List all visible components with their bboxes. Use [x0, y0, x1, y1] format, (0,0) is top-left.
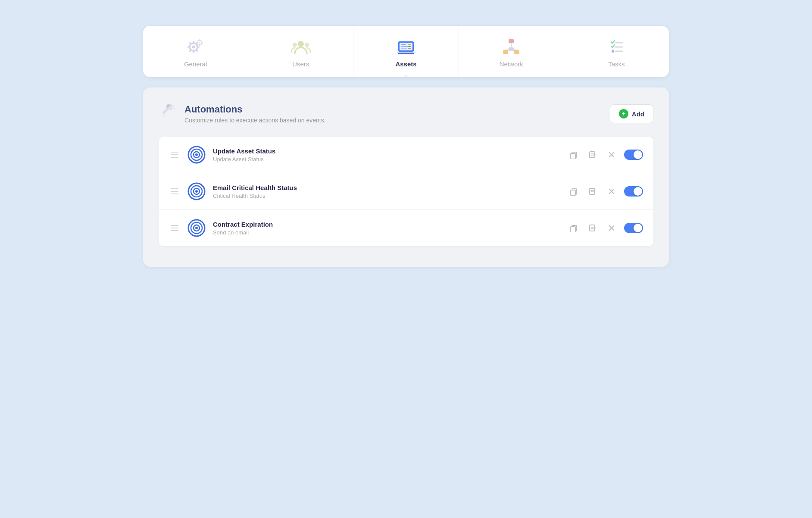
svg-rect-27 — [509, 39, 514, 43]
tasks-icon — [606, 38, 627, 56]
svg-rect-26 — [408, 48, 411, 49]
svg-point-11 — [199, 42, 200, 44]
svg-point-48 — [195, 153, 198, 156]
svg-rect-29 — [514, 50, 519, 54]
svg-rect-22 — [401, 46, 409, 47]
svg-line-7 — [196, 50, 197, 51]
nav-item-general[interactable]: General — [143, 26, 248, 77]
delete-button[interactable] — [605, 222, 618, 234]
delete-button[interactable] — [605, 185, 618, 198]
edit-button[interactable] — [586, 222, 599, 234]
automations-wand-icon — [159, 103, 177, 125]
svg-rect-50 — [571, 153, 575, 159]
general-label: General — [184, 60, 207, 68]
svg-line-6 — [189, 43, 191, 44]
svg-point-40 — [170, 108, 172, 110]
svg-line-32 — [506, 50, 511, 50]
edit-button[interactable] — [586, 185, 599, 198]
svg-line-33 — [511, 50, 517, 50]
automations-list: Update Asset Status Update Asset Status — [159, 137, 653, 246]
copy-button[interactable] — [567, 222, 580, 234]
svg-line-9 — [189, 50, 191, 51]
drag-handle[interactable] — [169, 187, 180, 196]
edit-button[interactable] — [586, 148, 599, 161]
copy-button[interactable] — [567, 185, 580, 198]
svg-point-1 — [192, 46, 195, 49]
item-name: Contract Expiration — [213, 221, 560, 228]
item-name: Email Critical Health Status — [213, 184, 560, 191]
automations-title-group: Automations Customize rules to execute a… — [184, 104, 326, 124]
toggle-button[interactable] — [624, 223, 643, 233]
automations-header: Automations Customize rules to execute a… — [159, 103, 653, 125]
list-item: Contract Expiration Send an email — [159, 210, 653, 246]
svg-line-44 — [173, 106, 174, 107]
svg-point-16 — [298, 41, 304, 47]
item-text: Email Critical Health Status Critical He… — [213, 184, 560, 199]
item-desc: Critical Health Status — [213, 193, 560, 199]
item-text: Contract Expiration Send an email — [213, 221, 560, 236]
svg-point-37 — [612, 50, 614, 53]
automation-icon — [187, 145, 206, 164]
add-label: Add — [632, 110, 644, 118]
svg-rect-24 — [408, 44, 411, 45]
nav-card: General Users — [143, 26, 669, 77]
automation-icon — [187, 218, 206, 237]
svg-rect-28 — [503, 50, 508, 54]
svg-rect-23 — [401, 48, 407, 49]
nav-item-network[interactable]: Network — [459, 26, 564, 77]
nav-item-tasks[interactable]: Tasks — [564, 26, 669, 77]
svg-rect-21 — [401, 44, 406, 45]
item-name: Update Asset Status — [213, 147, 560, 155]
svg-point-18 — [305, 43, 309, 47]
automations-header-left: Automations Customize rules to execute a… — [159, 103, 326, 125]
tasks-label: Tasks — [608, 60, 625, 68]
list-item: Update Asset Status Update Asset Status — [159, 137, 653, 173]
nav-item-users[interactable]: Users — [248, 26, 353, 77]
drag-handle[interactable] — [169, 223, 180, 233]
add-plus-icon: + — [619, 109, 628, 119]
svg-rect-61 — [571, 190, 575, 196]
item-actions — [567, 148, 643, 161]
list-item: Email Critical Health Status Critical He… — [159, 173, 653, 210]
network-label: Network — [500, 60, 523, 68]
toggle-button[interactable] — [624, 150, 643, 160]
automation-icon — [187, 182, 206, 201]
toggle-button[interactable] — [624, 186, 643, 197]
assets-label: Assets — [395, 60, 416, 68]
item-text: Update Asset Status Update Asset Status — [213, 147, 560, 162]
copy-button[interactable] — [567, 148, 580, 161]
users-label: Users — [292, 60, 309, 68]
svg-rect-25 — [408, 46, 411, 47]
main-card: Automations Customize rules to execute a… — [143, 87, 669, 267]
automations-subtitle: Customize rules to execute actions based… — [184, 117, 326, 124]
svg-rect-72 — [571, 227, 575, 232]
add-button[interactable]: + Add — [610, 104, 653, 123]
delete-button[interactable] — [605, 148, 618, 161]
automations-title: Automations — [184, 104, 326, 115]
general-icon — [185, 38, 206, 56]
network-icon — [501, 38, 522, 56]
svg-point-41 — [163, 115, 165, 117]
svg-point-17 — [293, 43, 297, 47]
svg-point-70 — [195, 227, 198, 229]
svg-point-59 — [195, 190, 198, 193]
users-icon — [290, 38, 311, 56]
item-desc: Send an email — [213, 229, 560, 236]
assets-icon — [396, 38, 416, 56]
item-actions — [567, 222, 643, 234]
drag-handle[interactable] — [169, 150, 180, 159]
item-desc: Update Asset Status — [213, 156, 560, 162]
nav-item-assets[interactable]: Assets — [353, 26, 459, 77]
item-actions — [567, 185, 643, 198]
